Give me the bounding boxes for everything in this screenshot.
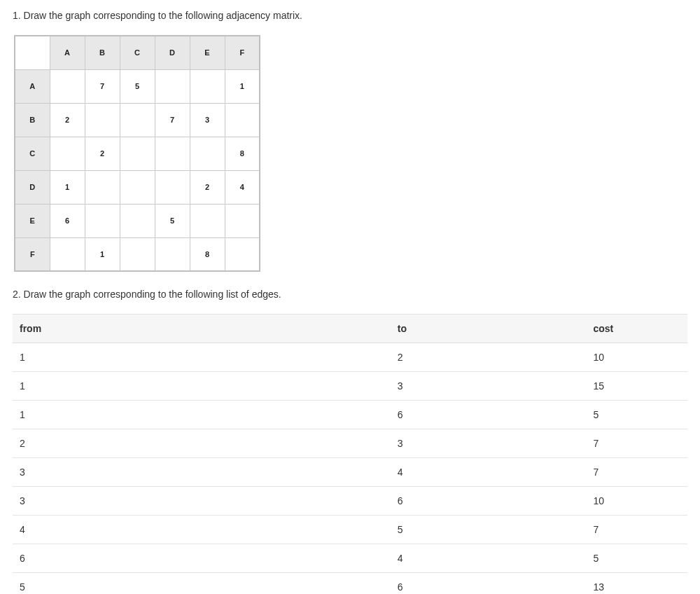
table-row: 237 bbox=[13, 429, 687, 458]
adjacency-col-header: D bbox=[155, 36, 190, 69]
adjacency-col-header: F bbox=[225, 36, 260, 69]
edge-to-cell: 6 bbox=[391, 573, 587, 595]
adjacency-cell: 7 bbox=[85, 69, 120, 103]
adjacency-cell bbox=[120, 170, 155, 204]
adjacency-cell bbox=[120, 137, 155, 170]
adjacency-matrix-table: A B C D E F A 7 5 1 B 2 7 3 C 2 8 D 1 bbox=[14, 35, 260, 272]
table-row: 5613 bbox=[13, 573, 687, 595]
adjacency-col-header: C bbox=[120, 36, 155, 69]
adjacency-corner-cell bbox=[15, 36, 50, 69]
edge-to-cell: 3 bbox=[391, 429, 587, 458]
adjacency-cell bbox=[190, 137, 225, 170]
edge-from-cell: 3 bbox=[13, 487, 391, 516]
adjacency-row-header: F bbox=[15, 237, 50, 271]
edge-from-cell: 1 bbox=[13, 343, 391, 372]
edge-cost-cell: 7 bbox=[586, 516, 687, 544]
adjacency-cell bbox=[190, 69, 225, 103]
edge-from-cell: 1 bbox=[13, 372, 391, 401]
adjacency-row-header: B bbox=[15, 103, 50, 137]
table-row: 1210 bbox=[13, 343, 687, 372]
adjacency-row-header: A bbox=[15, 69, 50, 103]
adjacency-col-header: B bbox=[85, 36, 120, 69]
adjacency-cell: 4 bbox=[225, 170, 260, 204]
edge-cost-cell: 5 bbox=[586, 401, 687, 429]
edge-cost-cell: 7 bbox=[586, 429, 687, 458]
table-row: 645 bbox=[13, 544, 687, 573]
edge-to-cell: 3 bbox=[391, 372, 587, 401]
edge-from-cell: 4 bbox=[13, 516, 391, 544]
edge-to-cell: 6 bbox=[391, 487, 587, 516]
edge-to-cell: 5 bbox=[391, 516, 587, 544]
edge-to-cell: 4 bbox=[391, 458, 587, 487]
table-row: 347 bbox=[13, 458, 687, 487]
adjacency-cell: 1 bbox=[50, 170, 85, 204]
adjacency-cell: 1 bbox=[225, 69, 260, 103]
adjacency-cell: 5 bbox=[155, 204, 190, 237]
edge-from-cell: 1 bbox=[13, 401, 391, 429]
edge-from-cell: 6 bbox=[13, 544, 391, 573]
adjacency-cell: 2 bbox=[190, 170, 225, 204]
edge-to-cell: 2 bbox=[391, 343, 587, 372]
question-1-text: 1. Draw the graph corresponding to the f… bbox=[13, 10, 687, 21]
edge-cost-cell: 10 bbox=[586, 343, 687, 372]
adjacency-cell bbox=[155, 237, 190, 271]
edges-header-from: from bbox=[13, 315, 391, 343]
adjacency-cell: 2 bbox=[85, 137, 120, 170]
adjacency-cell bbox=[120, 204, 155, 237]
question-2-text: 2. Draw the graph corresponding to the f… bbox=[13, 289, 687, 300]
edge-from-cell: 3 bbox=[13, 458, 391, 487]
edge-cost-cell: 10 bbox=[586, 487, 687, 516]
adjacency-cell bbox=[50, 69, 85, 103]
adjacency-col-header: E bbox=[190, 36, 225, 69]
adjacency-cell: 7 bbox=[155, 103, 190, 137]
adjacency-cell bbox=[155, 170, 190, 204]
edge-cost-cell: 15 bbox=[586, 372, 687, 401]
adjacency-cell bbox=[155, 137, 190, 170]
adjacency-cell: 1 bbox=[85, 237, 120, 271]
edge-from-cell: 2 bbox=[13, 429, 391, 458]
table-row: 457 bbox=[13, 516, 687, 544]
adjacency-cell bbox=[225, 204, 260, 237]
adjacency-cell bbox=[155, 69, 190, 103]
table-row: 1315 bbox=[13, 372, 687, 401]
edges-table: from to cost 121013151652373473610457645… bbox=[13, 314, 687, 594]
edge-from-cell: 5 bbox=[13, 573, 391, 595]
adjacency-col-header: A bbox=[50, 36, 85, 69]
adjacency-cell bbox=[50, 137, 85, 170]
adjacency-cell bbox=[120, 103, 155, 137]
adjacency-row-header: C bbox=[15, 137, 50, 170]
edge-to-cell: 4 bbox=[391, 544, 587, 573]
adjacency-cell: 6 bbox=[50, 204, 85, 237]
adjacency-cell: 8 bbox=[225, 137, 260, 170]
adjacency-cell: 2 bbox=[50, 103, 85, 137]
adjacency-cell bbox=[50, 237, 85, 271]
edge-cost-cell: 5 bbox=[586, 544, 687, 573]
adjacency-cell: 5 bbox=[120, 69, 155, 103]
adjacency-row-header: E bbox=[15, 204, 50, 237]
adjacency-cell bbox=[225, 103, 260, 137]
adjacency-cell: 3 bbox=[190, 103, 225, 137]
adjacency-cell bbox=[190, 204, 225, 237]
edge-to-cell: 6 bbox=[391, 401, 587, 429]
adjacency-cell bbox=[85, 103, 120, 137]
table-row: 3610 bbox=[13, 487, 687, 516]
adjacency-cell: 8 bbox=[190, 237, 225, 271]
adjacency-cell bbox=[85, 170, 120, 204]
adjacency-row-header: D bbox=[15, 170, 50, 204]
adjacency-cell bbox=[225, 237, 260, 271]
table-row: 165 bbox=[13, 401, 687, 429]
edges-header-cost: cost bbox=[586, 315, 687, 343]
adjacency-cell bbox=[120, 237, 155, 271]
edge-cost-cell: 7 bbox=[586, 458, 687, 487]
adjacency-cell bbox=[85, 204, 120, 237]
edges-header-to: to bbox=[391, 315, 587, 343]
edge-cost-cell: 13 bbox=[586, 573, 687, 595]
